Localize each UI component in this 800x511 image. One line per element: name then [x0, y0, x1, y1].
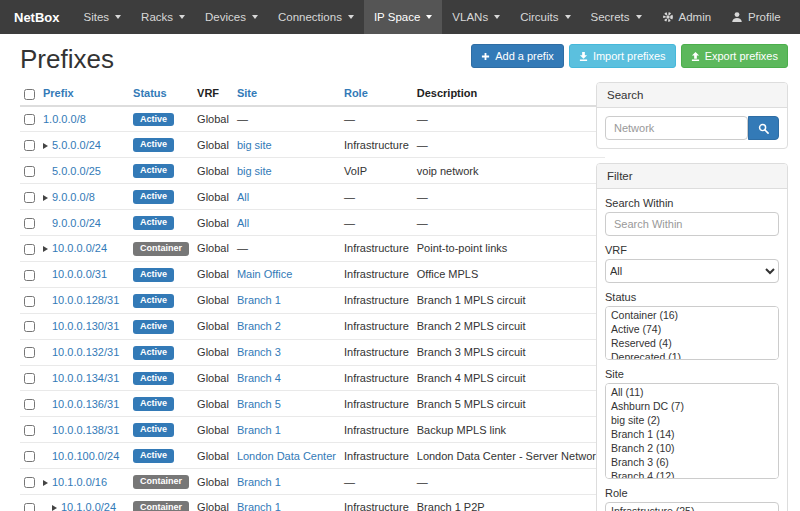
vrf-value: Global: [193, 339, 233, 365]
row-checkbox[interactable]: [24, 425, 35, 436]
site-link[interactable]: All: [237, 217, 249, 229]
nav-item-admin[interactable]: Admin: [652, 0, 722, 34]
row-checkbox[interactable]: [24, 399, 35, 410]
add-prefix-button[interactable]: Add a prefix: [471, 44, 564, 68]
nav-item-secrets[interactable]: Secrets: [581, 0, 652, 34]
vrf-select[interactable]: All: [605, 259, 779, 283]
row-checkbox[interactable]: [24, 166, 35, 177]
status-label: Status: [605, 291, 779, 303]
row-checkbox[interactable]: [24, 270, 35, 281]
prefix-link[interactable]: 5.0.0.0/24: [52, 139, 101, 151]
prefix-link[interactable]: 10.0.0.0/31: [52, 268, 107, 280]
site-link[interactable]: Branch 5: [237, 398, 281, 410]
site-link[interactable]: Branch 1: [237, 476, 281, 488]
expand-arrow-icon: [43, 480, 48, 486]
nav-item-profile[interactable]: Profile: [721, 0, 791, 34]
select-option[interactable]: Deprecated (1): [607, 350, 777, 360]
site-cell: Main Office: [233, 261, 340, 287]
site-link[interactable]: big site: [237, 165, 272, 177]
search-input[interactable]: [605, 116, 748, 140]
site-link[interactable]: Branch 1: [237, 294, 281, 306]
row-checkbox[interactable]: [24, 114, 35, 125]
prefix-link[interactable]: 10.1.0.0/24: [61, 501, 116, 511]
row-checkbox[interactable]: [24, 140, 35, 151]
prefix-link[interactable]: 10.0.100.0/24: [52, 450, 119, 462]
row-checkbox[interactable]: [24, 218, 35, 229]
status-select[interactable]: Container (16)Active (74)Reserved (4)Dep…: [605, 306, 779, 360]
site-link[interactable]: Branch 3: [237, 346, 281, 358]
role-select[interactable]: Infrastructure (25)Management (8)Private…: [605, 502, 779, 511]
select-option[interactable]: Branch 2 (10): [607, 441, 777, 455]
prefix-link[interactable]: 10.0.0.132/31: [52, 346, 119, 358]
site-link[interactable]: Branch 1: [237, 424, 281, 436]
prefix-link[interactable]: 9.0.0.0/24: [52, 217, 101, 229]
row-checkbox[interactable]: [24, 347, 35, 358]
row-checkbox[interactable]: [24, 321, 35, 332]
status-badge: Active: [133, 164, 174, 178]
site-link[interactable]: Main Office: [237, 268, 292, 280]
nav-item-label: Secrets: [591, 11, 630, 23]
row-checkbox[interactable]: [24, 296, 35, 307]
table-row: 10.0.0.0/24 Container Global — Infrastru…: [20, 236, 605, 262]
vrf-value: Global: [193, 494, 233, 511]
expand-arrow-icon: [43, 143, 48, 149]
site-cell: Branch 1: [233, 417, 340, 443]
select-all-checkbox[interactable]: [24, 89, 35, 100]
prefix-link[interactable]: 5.0.0.0/25: [52, 165, 101, 177]
prefix-link[interactable]: 10.1.0.0/16: [52, 476, 107, 488]
row-checkbox[interactable]: [24, 373, 35, 384]
select-option[interactable]: Branch 4 (12): [607, 469, 777, 479]
nav-item-connections[interactable]: Connections: [268, 0, 364, 34]
import-prefixes-button[interactable]: Import prefixes: [569, 44, 676, 68]
select-option[interactable]: Active (74): [607, 322, 777, 336]
nav-item-circuits[interactable]: Circuits: [510, 0, 580, 34]
select-option[interactable]: Infrastructure (25): [607, 504, 777, 511]
row-checkbox[interactable]: [24, 451, 35, 462]
site-link[interactable]: Branch 4: [237, 372, 281, 384]
select-option[interactable]: Reserved (4): [607, 336, 777, 350]
prefix-link[interactable]: 10.0.0.128/31: [52, 294, 119, 306]
prefix-link[interactable]: 10.0.0.134/31: [52, 372, 119, 384]
table-row: 5.0.0.0/25 Active Global big site VoIP v…: [20, 158, 605, 184]
select-option[interactable]: Branch 3 (6): [607, 455, 777, 469]
select-option[interactable]: big site (2): [607, 413, 777, 427]
row-checkbox[interactable]: [24, 192, 35, 203]
prefix-link[interactable]: 10.0.0.138/31: [52, 424, 119, 436]
column-header-status[interactable]: Status: [133, 87, 167, 99]
prefix-link[interactable]: 9.0.0.0/8: [52, 191, 95, 203]
select-option[interactable]: All (11): [607, 385, 777, 399]
site-select[interactable]: All (11)Ashburn DC (7)big site (2)Branch…: [605, 383, 779, 479]
brand-link[interactable]: NetBox: [0, 0, 74, 34]
site-link[interactable]: Branch 2: [237, 320, 281, 332]
prefix-link[interactable]: 1.0.0.0/8: [43, 113, 86, 125]
row-checkbox[interactable]: [24, 477, 35, 488]
prefix-link[interactable]: 10.0.0.136/31: [52, 398, 119, 410]
column-header-site[interactable]: Site: [237, 87, 257, 99]
select-option[interactable]: Branch 1 (14): [607, 427, 777, 441]
column-header-prefix[interactable]: Prefix: [43, 87, 74, 99]
site-link[interactable]: Branch 1: [237, 501, 281, 511]
site-link[interactable]: London Data Center: [237, 450, 336, 462]
nav-item-sites[interactable]: Sites: [74, 0, 132, 34]
role-value: Infrastructure: [340, 391, 413, 417]
site-link[interactable]: big site: [237, 139, 272, 151]
row-checkbox[interactable]: [24, 244, 35, 255]
nav-item-ip-space[interactable]: IP Space: [364, 0, 442, 34]
prefix-link[interactable]: 10.0.0.0/24: [52, 242, 107, 254]
prefix-link[interactable]: 10.0.0.130/31: [52, 320, 119, 332]
nav-item-devices[interactable]: Devices: [195, 0, 268, 34]
select-option[interactable]: Container (16): [607, 308, 777, 322]
search-within-input[interactable]: [605, 212, 779, 236]
row-checkbox[interactable]: [24, 503, 35, 511]
nav-item-log-out[interactable]: Log out: [791, 0, 800, 34]
nav-item-vlans[interactable]: VLANs: [442, 0, 510, 34]
search-button[interactable]: [748, 116, 779, 140]
select-option[interactable]: Ashburn DC (7): [607, 399, 777, 413]
description-value: Backup MPLS link: [413, 417, 606, 443]
nav-item-racks[interactable]: Racks: [131, 0, 195, 34]
column-header-role[interactable]: Role: [344, 87, 368, 99]
caret-down-icon: [179, 15, 185, 19]
export-prefixes-button[interactable]: Export prefixes: [681, 44, 788, 68]
expand-arrow-icon: [43, 195, 48, 201]
site-link[interactable]: All: [237, 191, 249, 203]
